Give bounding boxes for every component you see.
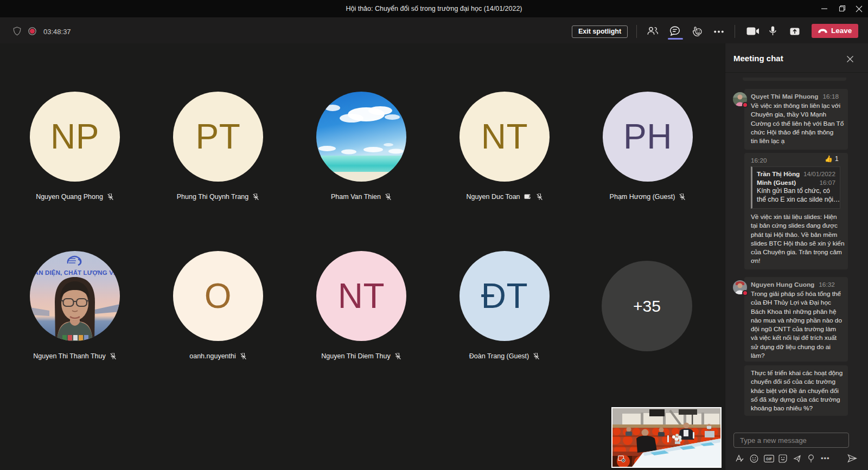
svg-text:ỤC TOÀN DIỆN, CHẤT LƯỢNG VÀ BÌ: ỤC TOÀN DIỆN, CHẤT LƯỢNG VÀ BÌNH <box>30 269 120 276</box>
svg-text:GIF: GIF <box>766 457 772 461</box>
